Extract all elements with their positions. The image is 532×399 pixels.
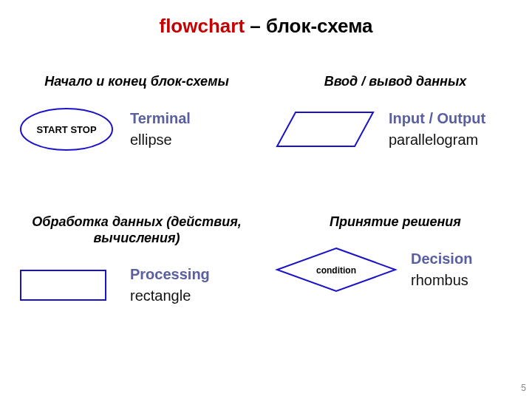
ru-label-processing: Обработка данных (действия, вычисления) <box>15 214 259 246</box>
cell-io: Ввод / вывод данных Input / Output paral… <box>273 74 517 214</box>
en-term-io: Input / Output <box>389 110 485 127</box>
row-processing: Processing rectangle <box>15 259 259 311</box>
cell-processing: Обработка данных (действия, вычисления) … <box>15 214 259 355</box>
shape-terminal: START STOP <box>15 103 118 155</box>
ellipse-icon: START STOP <box>15 103 118 155</box>
shape-name-io: parallelogram <box>389 132 485 149</box>
svg-rect-2 <box>21 270 106 300</box>
labels-processing: Processing rectangle <box>130 266 210 304</box>
title-word-flowchart: flowchart <box>159 15 245 37</box>
ru-label-io: Ввод / вывод данных <box>273 74 517 90</box>
labels-decision: Decision rhombus <box>411 250 472 289</box>
en-term-terminal: Terminal <box>130 110 191 127</box>
diagram-grid: Начало и конец блок-схемы START STOP Ter… <box>15 74 517 355</box>
shape-decision: condition <box>273 244 399 296</box>
cell-terminal: Начало и конец блок-схемы START STOP Ter… <box>15 74 259 214</box>
en-term-decision: Decision <box>411 250 472 267</box>
shape-name-processing: rectangle <box>130 287 210 304</box>
en-term-processing: Processing <box>130 266 210 283</box>
page-number: 5 <box>521 383 526 393</box>
page-title: flowchart – блок-схема <box>0 15 532 38</box>
shape-name-terminal: ellipse <box>130 132 191 149</box>
svg-marker-1 <box>277 112 373 146</box>
rhombus-inner-text: condition <box>316 265 356 276</box>
ru-label-decision: Принятие решения <box>273 214 517 231</box>
rhombus-icon: condition <box>273 244 399 296</box>
shape-io <box>273 103 377 155</box>
parallelogram-icon <box>273 103 377 155</box>
ru-label-terminal: Начало и конец блок-схемы <box>15 74 259 90</box>
labels-io: Input / Output parallelogram <box>389 110 485 149</box>
rectangle-icon <box>15 259 118 311</box>
shape-name-decision: rhombus <box>411 272 472 289</box>
row-io: Input / Output parallelogram <box>273 103 517 155</box>
shape-processing <box>15 259 118 311</box>
cell-decision: Принятие решения condition Decision rhom… <box>273 214 517 355</box>
labels-terminal: Terminal ellipse <box>130 110 191 149</box>
title-dash: – <box>245 15 266 37</box>
title-word-ru: блок-схема <box>266 15 373 37</box>
row-decision: condition Decision rhombus <box>273 244 517 296</box>
ellipse-inner-text: START STOP <box>36 124 96 135</box>
row-terminal: START STOP Terminal ellipse <box>15 103 259 155</box>
